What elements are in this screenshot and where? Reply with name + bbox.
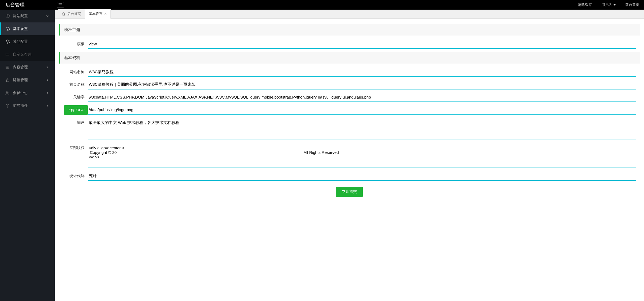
label-description: 描述 [59,118,88,125]
svg-point-2 [59,6,59,6]
caret-down-icon [614,4,616,6]
label-home-name: 首页名称 [59,80,88,87]
sidebar-item-member-center[interactable]: 会员中心 [0,87,55,99]
section-template-theme: 模板主题 [59,24,640,36]
sidebar-item-content-manage[interactable]: 内容管理 [0,61,55,74]
tab-label: 基本设置 [89,11,103,16]
tab-label: 后台首页 [67,11,81,16]
svg-point-6 [6,104,9,107]
sidebar-item-link-manage[interactable]: 链接管理 [0,74,55,87]
label-keywords: 关键字 [59,93,88,100]
textarea-footer[interactable] [88,143,636,167]
form-row-footer: 底部版权 [59,143,640,168]
form-row-home-name: 首页名称 [59,80,640,89]
brand-title: 后台管理 [0,2,55,8]
chevron-right-icon [45,78,49,82]
tab-close-icon[interactable]: × [104,12,107,16]
input-home-name[interactable] [88,80,636,89]
chevron-right-icon [45,104,49,108]
plugin-icon [5,104,10,108]
sidebar-label: 扩展插件 [13,103,28,108]
tab-home[interactable]: 后台首页 [58,9,85,18]
form-content: 模板主题 模板 基本资料 网站名称 首页名称 关键字 上传LOGO [55,19,644,301]
sidebar-label: 网站配置 [13,14,28,18]
svg-rect-3 [6,53,9,56]
form-row-site-name: 网站名称 [59,68,640,77]
textarea-description[interactable] [88,118,636,139]
label-stats: 统计代码 [59,171,88,178]
sidebar-item-other-config[interactable]: 其他配置 [0,35,55,48]
sidebar-label: 链接管理 [13,78,28,83]
input-site-name[interactable] [88,68,636,77]
gear-icon [5,14,10,18]
tabs-bar: 后台首页 基本设置 × [55,10,644,19]
label-footer: 底部版权 [59,143,88,150]
sidebar-label: 会员中心 [13,91,28,95]
input-template[interactable] [88,40,636,49]
users-icon [5,91,10,95]
topbar: 后台管理 清除缓存 用户名 前台首页 [0,0,644,10]
chevron-right-icon [45,91,49,95]
input-keywords[interactable] [88,93,636,102]
home-icon [62,12,65,16]
form-row-logo: 上传LOGO [59,105,640,115]
sidebar: 网站配置 基本设置 其他配置 自定义布局 内容管理 链接管理 [0,10,55,301]
content-icon [5,65,10,69]
submit-row: 立即提交 [59,184,640,200]
username-dropdown[interactable]: 用户名 [597,2,620,7]
label-site-name: 网站名称 [59,68,88,75]
form-row-description: 描述 [59,118,640,140]
input-logo-path[interactable] [88,105,636,115]
upload-logo-button[interactable]: 上传LOGO [64,105,88,115]
svg-point-0 [59,3,59,4]
gear-icon [5,40,10,44]
menu-toggle-button[interactable] [57,2,64,8]
sidebar-item-site-config[interactable]: 网站配置 [0,10,55,22]
sidebar-label: 基本设置 [13,26,28,31]
chevron-right-icon [45,65,49,69]
gear-icon [5,27,10,31]
sidebar-item-plugins[interactable]: 扩展插件 [0,99,55,112]
chevron-down-icon [45,14,49,18]
menu-icon [59,3,62,7]
svg-point-7 [7,105,8,106]
sidebar-label: 自定义布局 [13,52,32,57]
section-basic-info: 基本资料 [59,52,640,64]
tab-basic-settings[interactable]: 基本设置 × [85,9,111,19]
svg-point-1 [59,5,59,5]
sidebar-label: 其他配置 [13,39,28,44]
sidebar-submenu: 基本设置 其他配置 自定义布局 [0,22,55,61]
main-content: 后台首页 基本设置 × 模板主题 模板 基本资料 网站名称 首页名称 [55,10,644,301]
layout-icon [5,52,10,57]
svg-point-5 [6,92,8,93]
form-row-keywords: 关键字 [59,93,640,102]
frontend-link[interactable]: 前台首页 [620,2,644,7]
thumbs-up-icon [5,78,10,82]
sidebar-item-basic-settings[interactable]: 基本设置 [0,22,55,35]
form-row-stats: 统计代码 [59,171,640,181]
form-row-template: 模板 [59,40,640,49]
sidebar-item-custom-layout[interactable]: 自定义布局 [0,48,55,61]
clear-cache-link[interactable]: 清除缓存 [573,2,597,7]
label-template: 模板 [59,40,88,46]
submit-button[interactable]: 立即提交 [336,187,363,197]
input-stats[interactable] [88,171,636,181]
sidebar-label: 内容管理 [13,65,28,70]
